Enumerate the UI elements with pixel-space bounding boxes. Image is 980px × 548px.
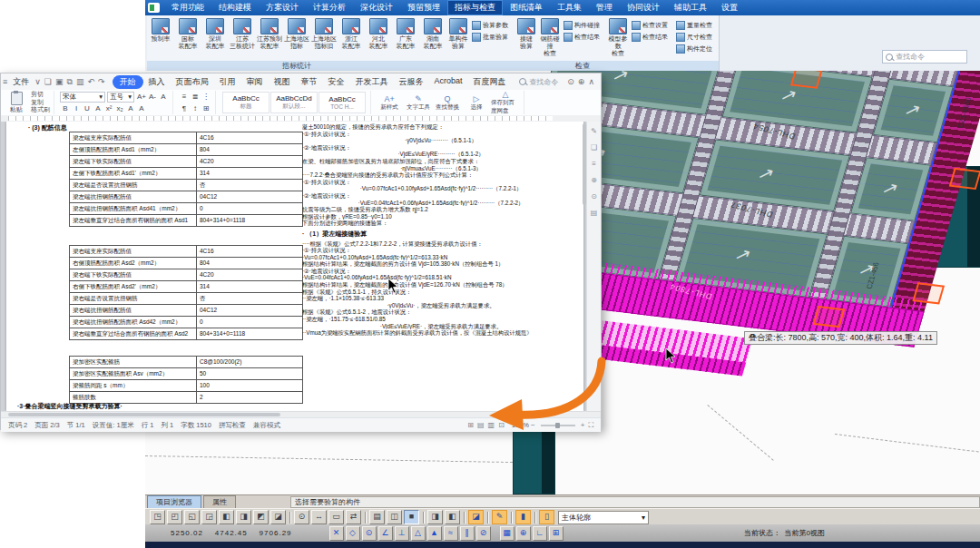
font-color-button[interactable]: A: [137, 104, 146, 113]
bim-ribbon-tab[interactable]: 协同设计: [620, 0, 667, 15]
wireframe-mode-icon[interactable]: ▤: [369, 510, 385, 524]
line-spacing-button[interactable]: ↕: [191, 104, 200, 113]
hidden-line-mode-icon[interactable]: ◫: [387, 510, 402, 524]
ortho-mode-icon[interactable]: ⊕: [516, 526, 531, 541]
help-icon[interactable]: ⊕: [578, 77, 585, 86]
find-command-box[interactable]: 查找命令: [519, 77, 558, 87]
new-style-button[interactable]: A+新样式: [375, 94, 404, 112]
word-ribbon-tab[interactable]: 审阅: [241, 75, 269, 89]
bim-ribbon-tab[interactable]: 预留预埋: [400, 0, 447, 15]
snap-center-icon[interactable]: ⊙: [362, 526, 377, 541]
bim-ribbon-tab[interactable]: 图纸清单: [503, 0, 550, 15]
highlight-components-icon[interactable]: ◪: [468, 510, 484, 524]
select-button[interactable]: ▷选择: [462, 94, 491, 112]
bold-button[interactable]: B: [61, 104, 70, 113]
zoom-previous-icon[interactable]: ⇄: [346, 510, 361, 524]
column-marker-box[interactable]: [949, 168, 980, 190]
strike-button[interactable]: A: [93, 104, 103, 113]
clip-view-icon[interactable]: ◧: [445, 510, 460, 524]
collapse-ribbon-icon[interactable]: ∧: [588, 77, 594, 86]
view-iso-nw-icon[interactable]: ◲: [201, 510, 217, 524]
column-marker-box[interactable]: [912, 282, 945, 304]
bim-ribbon-tab[interactable]: 常用功能: [164, 0, 211, 15]
style-gallery-item[interactable]: AaBbCcDd默认段...: [270, 92, 318, 113]
align-button[interactable]: ¶: [180, 104, 189, 113]
zoom-window-icon[interactable]: ▭: [328, 510, 344, 524]
indicator-stat-button[interactable]: 国标装配率: [174, 16, 201, 50]
view-top-icon[interactable]: ◧: [219, 510, 234, 524]
check-big-button[interactable]: 模型参数检查: [606, 16, 630, 57]
command-prompt[interactable]: 选择需要验算的构件: [290, 496, 980, 508]
page-view-icon[interactable]: ▤: [477, 421, 485, 429]
outline-panel-icon[interactable]: ≡: [592, 160, 596, 168]
paint-components-icon[interactable]: ✎: [492, 510, 507, 524]
view-front-icon[interactable]: ◨: [236, 510, 251, 524]
shrink-font-button[interactable]: A-: [148, 93, 157, 101]
view-iso-ne-icon[interactable]: ◱: [184, 510, 200, 524]
view-left-icon[interactable]: ◩: [253, 510, 269, 524]
hamburger-menu-icon[interactable]: ≡: [3, 77, 7, 86]
zoom-extents-icon[interactable]: ⊙: [294, 510, 309, 524]
clipboard-small-button[interactable]: 格式刷: [31, 106, 50, 114]
grid-display-icon[interactable]: ▦: [500, 526, 514, 541]
ucs-icon[interactable]: ⊞: [549, 526, 564, 541]
find-replace-button[interactable]: Q查找替换: [433, 94, 462, 112]
snap-node-icon[interactable]: ▲: [427, 526, 442, 541]
word-ribbon-tab[interactable]: 引用: [214, 75, 241, 89]
check-small-button[interactable]: 构件碰撞: [564, 19, 604, 31]
snap-parallel-icon[interactable]: ∥: [460, 526, 475, 541]
print-icon[interactable]: ⧉: [66, 77, 72, 87]
indicator-stat-button[interactable]: 浙江装配率: [338, 16, 365, 50]
file-menu-button[interactable]: 文件: [13, 76, 29, 88]
paste-button[interactable]: 粘贴: [5, 92, 28, 114]
number-list-button[interactable]: ≣: [191, 93, 200, 101]
redo-icon[interactable]: ↷: [98, 77, 105, 87]
layout-panel-icon[interactable]: ▤: [591, 209, 598, 217]
check-small-button[interactable]: 批量验算: [472, 31, 513, 43]
axis-icon[interactable]: ∟: [533, 526, 547, 541]
column-marker-box[interactable]: [813, 306, 846, 328]
view-iso-se-icon[interactable]: ◳: [150, 510, 165, 524]
indicator-stat-button[interactable]: 预制率: [147, 16, 174, 43]
snap-midpoint-icon[interactable]: △: [411, 526, 426, 541]
word-ribbon-tab[interactable]: 安全: [323, 75, 350, 89]
indicator-stat-button[interactable]: 河北装配率: [365, 16, 392, 50]
snap-perpendicular-icon[interactable]: ⊥: [395, 526, 409, 541]
column-marker-box[interactable]: [790, 71, 823, 89]
view-style-dropdown[interactable]: 主体轮廓▾: [558, 511, 649, 524]
add-panel-icon[interactable]: ⊕: [591, 176, 597, 184]
preview-icon[interactable]: ▥: [76, 77, 84, 87]
indent-button[interactable]: ⋮: [201, 93, 211, 101]
view-iso-sw-icon[interactable]: ◰: [167, 510, 182, 524]
check-small-button[interactable]: 验算参数: [472, 19, 513, 31]
snap-intersection-icon[interactable]: ∠: [378, 526, 393, 541]
edit-panel-icon[interactable]: ✎: [591, 127, 597, 135]
check-small-button[interactable]: 重量检查: [676, 19, 717, 31]
font-size-combo[interactable]: 五号▾: [107, 92, 134, 103]
panel-tab[interactable]: 属性: [203, 495, 236, 509]
bim-ribbon-tab[interactable]: 管理: [589, 0, 620, 15]
style-gallery-item[interactable]: AaBbCc标题: [222, 92, 270, 113]
snap-toggle-icon[interactable]: ✕: [329, 526, 344, 541]
word-ribbon-tab[interactable]: 页面布局: [171, 75, 214, 89]
bim-ribbon-tab[interactable]: 深化设计: [353, 0, 400, 15]
check-small-button[interactable]: 检查结果: [632, 31, 672, 43]
word-ribbon-tab[interactable]: 章节: [296, 75, 323, 89]
snap-nearest-icon[interactable]: ≈: [444, 526, 458, 541]
check-big-button[interactable]: 接缝验算: [514, 16, 538, 50]
snap-off-icon[interactable]: ⊘: [476, 526, 491, 541]
indicator-stat-button[interactable]: 江苏三板统计: [229, 16, 256, 50]
word-ribbon-tab[interactable]: 百度网盘: [468, 75, 512, 89]
clipboard-small-button[interactable]: 复制: [31, 99, 50, 107]
snap-endpoint-icon[interactable]: ◇: [346, 526, 360, 541]
word-ribbon-tab[interactable]: 开发工具: [350, 75, 394, 89]
indicator-stat-button[interactable]: 上海地区指标旧: [310, 16, 338, 50]
show-outline-icon[interactable]: ▯: [539, 510, 554, 524]
check-small-button[interactable]: 检查设置: [632, 19, 672, 31]
borders-button[interactable]: ⊞: [201, 104, 211, 113]
check-small-button[interactable]: 尺寸检查: [676, 31, 717, 43]
indicator-stat-button[interactable]: 湖南装配率: [419, 16, 446, 50]
bim-ribbon-tab[interactable]: 计算分析: [306, 0, 353, 15]
word-ribbon-tab[interactable]: 视图: [269, 75, 296, 89]
check-big-button[interactable]: 单构件验算: [446, 16, 470, 50]
